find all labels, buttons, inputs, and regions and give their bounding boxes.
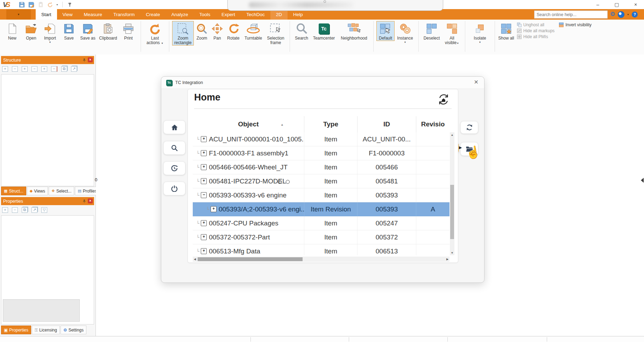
online-globe-icon[interactable] <box>618 11 624 18</box>
last-actions-button[interactable]: Last actions ▼ <box>144 21 166 46</box>
tab-transform[interactable]: Transform <box>108 9 140 20</box>
invert-visibility-button[interactable]: Invert visibility <box>559 22 592 27</box>
last-actions-dropdown-icon[interactable]: ▼ <box>161 42 163 44</box>
column-header-revision[interactable]: Revisio <box>416 116 450 132</box>
tab-measure[interactable]: Measure <box>78 9 108 20</box>
scroll-right-icon[interactable]: ▶ <box>445 258 450 261</box>
save-icon[interactable] <box>18 1 25 8</box>
expand-node-icon[interactable]: + <box>201 136 207 142</box>
bottom-tab-settings[interactable]: ⚙Settings <box>61 326 86 334</box>
undo-icon[interactable] <box>47 1 54 8</box>
scroll-left-icon[interactable]: ◀ <box>193 258 197 261</box>
undo-dropdown-icon[interactable]: ▼ <box>56 4 58 6</box>
instance-dropdown-icon[interactable]: ▼ <box>404 41 406 43</box>
scroll-down-icon[interactable]: ▼ <box>451 250 454 255</box>
close-button[interactable]: × <box>631 0 641 9</box>
collapse-all-icon[interactable]: − <box>12 66 18 72</box>
column-header-type[interactable]: Type <box>304 116 358 132</box>
save-button[interactable]: Save <box>59 21 78 41</box>
structure-tree-area[interactable] <box>1 74 94 186</box>
tab-view[interactable]: View <box>57 9 78 20</box>
table-row[interactable]: └+005247-CPU PackagesItem005247 <box>193 216 450 230</box>
turntable-button[interactable]: Turntable <box>242 21 264 41</box>
selection-frame-button[interactable]: Selection frame <box>264 21 287 46</box>
tab-create[interactable]: Create <box>140 9 166 20</box>
expand-level-icon[interactable]: + <box>41 66 47 72</box>
neighborhood-button[interactable]: Neighborhood <box>338 21 370 41</box>
pin-icon[interactable] <box>83 58 86 62</box>
scroll-up-icon[interactable]: ▲ <box>451 132 454 137</box>
collapsed-panel-arrow[interactable] <box>641 178 644 183</box>
zoom-rectangle-button[interactable]: Zoom rectangle <box>172 21 194 46</box>
instance-selection-button[interactable]: Instance ▼ <box>395 21 416 44</box>
import-button[interactable]: Import ▼ <box>41 21 59 44</box>
panel-tab-views[interactable]: ◆Views <box>27 187 48 195</box>
new-button[interactable]: New <box>3 21 22 41</box>
expand-node-icon[interactable]: + <box>211 206 217 212</box>
close-panel-icon[interactable]: × <box>88 198 93 203</box>
copy-properties-icon[interactable]: ⧉ <box>22 207 28 213</box>
open-button[interactable]: Open <box>22 21 41 41</box>
column-header-object[interactable]: Object ▲ <box>193 116 304 132</box>
tab-tools[interactable]: Tools <box>194 9 216 20</box>
hide-all-markups-button[interactable]: Hide all markups <box>517 28 554 33</box>
table-row[interactable]: └+F1-0000003-F1 assembly1ItemF1-0000003 <box>193 146 450 160</box>
tab-start[interactable]: Start <box>36 9 57 20</box>
reload-home-icon[interactable] <box>438 94 449 105</box>
collapse-node-icon[interactable]: − <box>201 192 207 198</box>
bottom-tab-licensing[interactable]: ⚿Licensing <box>32 326 60 334</box>
collapse-icon[interactable]: − <box>12 207 18 213</box>
import-dropdown-icon[interactable]: ▼ <box>49 41 51 43</box>
power-button[interactable] <box>163 182 185 195</box>
rotate-button[interactable]: Rotate <box>225 21 242 41</box>
close-panel-icon[interactable]: × <box>88 57 93 62</box>
customize-toolbar-icon[interactable] <box>66 1 73 8</box>
table-row[interactable]: └+005481-IPC227D-MODELItem005481 <box>193 174 450 188</box>
table-row[interactable]: └+005393/A;2-005393-v6 engi...Item Revis… <box>193 202 450 216</box>
all-visible-dropdown-icon[interactable]: ▼ <box>457 42 459 44</box>
expand-node-icon[interactable]: + <box>201 248 207 254</box>
vertical-scroll-thumb[interactable] <box>450 185 454 239</box>
table-row[interactable]: └+005466-005466-Wheel_JTItem005466 <box>193 160 450 174</box>
deselect-button[interactable]: Deselect <box>422 21 442 41</box>
expand-node-icon[interactable]: + <box>201 220 207 226</box>
print-button[interactable]: Print <box>119 21 138 41</box>
show-all-button[interactable]: Show all <box>498 21 515 41</box>
expand-icon[interactable]: + <box>2 207 8 213</box>
expand-all-icon[interactable]: + <box>2 66 8 72</box>
refresh-button[interactable] <box>460 121 478 134</box>
expand-selected-icon[interactable]: + <box>22 66 28 72</box>
panel-tab-struct[interactable]: ▦Struct... <box>1 187 26 195</box>
search-button[interactable]: Search <box>293 21 310 41</box>
horizontal-scrollbar[interactable]: ◀ ▶ <box>193 257 450 262</box>
viewport-canvas[interactable]: 0 Tc TC Integration ✕ <box>96 55 644 336</box>
pan-button[interactable]: Pan <box>210 21 225 41</box>
expand-node-icon[interactable]: + <box>201 164 207 170</box>
default-selection-button[interactable]: Default <box>376 21 395 41</box>
isolate-button[interactable]: Isolate ▼ <box>468 21 492 44</box>
collapse-selected-icon[interactable]: − <box>31 66 37 72</box>
zoom-button[interactable]: Zoom <box>194 21 210 41</box>
expand-node-icon[interactable]: + <box>201 178 207 184</box>
hide-all-pmis-button[interactable]: Hide all PMIs <box>517 34 554 39</box>
table-row[interactable]: └+006513-Mfg DataItem006513 <box>193 244 450 255</box>
table-row[interactable]: └+005372-005372-PartItem005372 <box>193 230 450 244</box>
teamcenter-button[interactable]: Tc Teamcenter <box>310 21 338 41</box>
help-icon[interactable]: ? <box>632 12 638 18</box>
home-button[interactable] <box>163 120 185 134</box>
unghost-all-button[interactable]: Unghost all <box>517 22 554 27</box>
save-as-icon[interactable] <box>28 1 35 8</box>
column-header-id[interactable]: ID <box>358 116 416 132</box>
filter-icon[interactable]: ▽ <box>41 207 47 213</box>
export-structure-icon[interactable]: ↗ <box>71 66 77 72</box>
maximize-button[interactable]: ▢ <box>612 0 622 9</box>
isolate-dropdown-icon[interactable]: ▼ <box>479 41 481 43</box>
pin-icon[interactable] <box>83 199 86 203</box>
scroll-to-selection-icon[interactable]: − <box>51 66 57 72</box>
panel-tab-select[interactable]: ❖Select... <box>49 187 74 195</box>
globe-dropdown-icon[interactable]: ▼ <box>627 13 629 16</box>
dialog-close-icon[interactable]: ✕ <box>474 79 479 85</box>
app-menu-button[interactable]: ▼ <box>6 9 31 20</box>
history-button[interactable] <box>163 161 185 175</box>
search-button[interactable] <box>163 141 185 155</box>
